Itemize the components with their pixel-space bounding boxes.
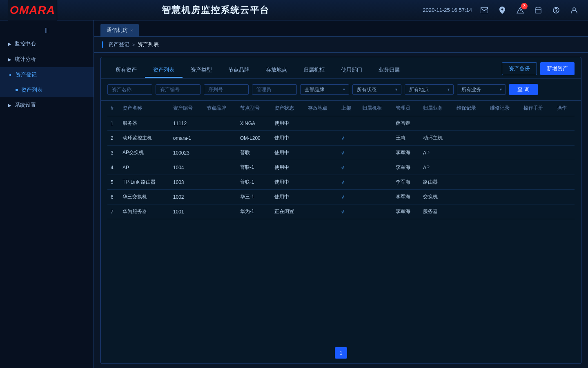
asset-name-input[interactable] (107, 84, 152, 95)
status-select[interactable]: 所有状态 (352, 84, 401, 95)
filter-tab-label: 节点品牌 (228, 67, 249, 73)
sidebar-collapse-btn[interactable]: ||| (0, 24, 94, 36)
page-btn-1[interactable]: 1 (335, 347, 347, 359)
alert-badge: 3 (521, 3, 528, 9)
table-cell (203, 190, 237, 204)
tab-comms-room[interactable]: 通信机房 × (100, 24, 139, 36)
backup-button[interactable]: 资产备份 (502, 62, 537, 75)
header-right: 2020-11-25 16:57:14 3 (423, 4, 580, 16)
svg-point-3 (520, 11, 521, 12)
table-cell (305, 204, 338, 219)
table-cell: AP (420, 146, 453, 160)
table-cell: 使用中 (271, 190, 305, 204)
col-business: 归属业务 (420, 101, 453, 116)
table-cell (359, 131, 392, 146)
breadcrumb-bar (102, 41, 103, 48)
message-icon[interactable] (479, 4, 490, 16)
filter-tab-business[interactable]: 业务归属 (370, 63, 408, 78)
table-header: # 资产名称 资产编号 节点品牌 节点型号 资产状态 存放地点 上架 归属机柜 … (107, 101, 575, 116)
col-name: 资产名称 (119, 101, 170, 116)
table-cell: omara-1 (170, 131, 203, 146)
table-cell (305, 190, 338, 204)
sidebar-item-settings[interactable]: ▶ 系统设置 (0, 97, 94, 113)
table-cell (453, 131, 487, 146)
location-select[interactable]: 所有地点 (405, 84, 454, 95)
table-row[interactable]: 6华三交换机1002华三-1使用中√李军海交换机 (107, 190, 575, 204)
user-icon[interactable] (568, 4, 580, 16)
sidebar-sub-assets: 资产列表 (0, 83, 94, 97)
alert-icon[interactable]: 3 (514, 4, 526, 16)
sidebar-item-stats[interactable]: ▶ 统计分析 (0, 52, 94, 67)
location-icon[interactable] (497, 4, 508, 16)
sidebar-label-assets: 资产登记 (16, 71, 37, 79)
filter-tab-label: 归属机柜 (303, 67, 325, 73)
add-asset-button[interactable]: 新增资产 (540, 62, 575, 75)
table-cell (554, 116, 575, 131)
content-area: 通信机房 × 资产登记 > 资产列表 所有资产 资产列表 资产类型 (94, 20, 588, 368)
filter-tab-storage[interactable]: 存放地点 (258, 63, 295, 78)
admin-input[interactable] (252, 84, 297, 95)
table-cell: 普联-1 (237, 160, 272, 175)
table-row[interactable]: 7华为服务器1001华为-1正在闲置√李军海服务器 (107, 204, 575, 219)
search-button[interactable]: 查 询 (509, 84, 538, 95)
breadcrumb-item-2: 资产列表 (138, 41, 159, 48)
table-cell: OM-L200 (237, 131, 272, 146)
table-cell: 正在闲置 (271, 204, 305, 219)
serial-input[interactable] (204, 84, 249, 95)
table-cell (203, 131, 237, 146)
table-cell: AP交换机 (119, 146, 170, 160)
table-row[interactable]: 3AP交换机100023普联使用中√李军海AP (107, 146, 575, 160)
table-cell: 1001 (170, 204, 203, 219)
table-cell (554, 131, 575, 146)
filter-tab-node-brand[interactable]: 节点品牌 (220, 63, 258, 78)
table-cell: 5 (107, 175, 119, 190)
arrow-icon: ▶ (8, 42, 11, 46)
table-cell (487, 116, 520, 131)
asset-code-input[interactable] (156, 84, 200, 95)
table-cell: 使用中 (271, 146, 305, 160)
business-select[interactable]: 所有业务 (457, 84, 506, 95)
sidebar-sub-item-asset-list[interactable]: 资产列表 (0, 83, 94, 97)
table-row[interactable]: 5TP-Link 路由器1003普联-1使用中√李军海路由器 (107, 175, 575, 190)
table-cell (487, 160, 520, 175)
table-cell: 服务器 (420, 204, 453, 219)
sidebar-item-monitor[interactable]: ▶ 监控中心 (0, 36, 94, 52)
filter-tab-all-assets[interactable]: 所有资产 (107, 63, 145, 78)
sidebar-item-assets[interactable]: ▼ 资产登记 (0, 67, 94, 83)
table-cell (520, 131, 554, 146)
table-cell: 李军海 (392, 190, 420, 204)
table-cell: 华为-1 (237, 204, 272, 219)
table-cell: 李军海 (392, 204, 420, 219)
tab-close-btn[interactable]: × (130, 28, 133, 33)
brand-select[interactable]: 全部品牌 (300, 84, 349, 95)
table-cell: 普联-1 (237, 175, 272, 190)
filter-tab-asset-type[interactable]: 资产类型 (183, 63, 220, 78)
sidebar-label-settings: 系统设置 (15, 101, 36, 109)
table-row[interactable]: 1服务器11112XINGA使用中薛智垚 (107, 116, 575, 131)
col-cabinet: 归属机柜 (359, 101, 392, 116)
table-cell (554, 190, 575, 204)
search-filters: 全部品牌 所有状态 所有地点 所有业务 (101, 79, 581, 101)
table-row[interactable]: 2动环监控主机omara-1OM-L200使用中√王慧动环主机 (107, 131, 575, 146)
table-cell (305, 175, 338, 190)
filter-tab-department[interactable]: 使用部门 (333, 63, 370, 78)
filter-tab-label: 资产列表 (153, 67, 174, 73)
sidebar-label-monitor: 监控中心 (15, 40, 36, 47)
table-cell (453, 190, 487, 204)
filter-tab-cabinet[interactable]: 归属机柜 (295, 63, 333, 78)
table-cell (520, 160, 554, 175)
filter-tab-label: 使用部门 (341, 67, 362, 73)
filter-tab-label: 资产类型 (191, 67, 212, 73)
table-cell (520, 190, 554, 204)
table-cell (305, 131, 338, 146)
table-cell (554, 146, 575, 160)
table-cell: TP-Link 路由器 (119, 175, 170, 190)
breadcrumb: 资产登记 > 资产列表 (94, 37, 588, 53)
calendar-icon[interactable] (532, 4, 544, 16)
filter-tab-label: 业务归属 (379, 67, 400, 73)
table-cell (453, 160, 487, 175)
table-cell (453, 146, 487, 160)
help-icon[interactable] (550, 4, 562, 16)
filter-tab-asset-list[interactable]: 资产列表 (145, 63, 183, 78)
table-row[interactable]: 4AP1004普联-1使用中√李军海AP (107, 160, 575, 175)
